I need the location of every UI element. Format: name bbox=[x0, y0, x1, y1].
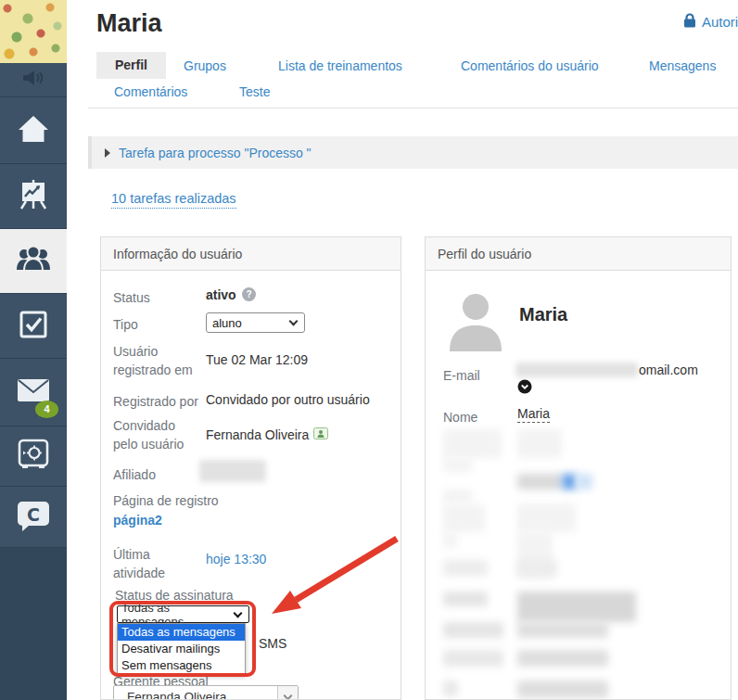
manager-select[interactable]: Fernanda Oliveira bbox=[113, 685, 299, 700]
help-question-icon[interactable]: ? bbox=[242, 287, 256, 301]
registered-by-label: Registrado por bbox=[113, 392, 198, 411]
registered-by-value: Convidado por outro usuário bbox=[206, 392, 370, 407]
redacted-block bbox=[443, 490, 472, 503]
sidebar-item-home[interactable] bbox=[0, 97, 67, 164]
redacted-block bbox=[443, 650, 503, 667]
sidebar-item-tasks[interactable] bbox=[0, 294, 67, 359]
subscription-select[interactable]: Todas as mensagens bbox=[117, 605, 249, 623]
redacted-block bbox=[443, 560, 488, 576]
tab-perfil[interactable]: Perfil bbox=[96, 52, 166, 79]
sidebar-item-users[interactable] bbox=[0, 229, 67, 294]
chart-easel-icon bbox=[17, 179, 50, 214]
sidebar-item-stats[interactable] bbox=[0, 164, 67, 229]
option-todas-as-mensagens[interactable]: Todas as mensagens bbox=[118, 624, 245, 641]
authorize-link[interactable]: Autorizar bbox=[683, 13, 738, 31]
invited-by-value: Fernanda Oliveira bbox=[206, 427, 309, 442]
user-info-panel: Informação do usuário Status ativo ? Tip… bbox=[100, 236, 401, 700]
user-profile-panel-title: Perfil do usuário bbox=[426, 237, 731, 271]
invited-by-label: Convidado pelo usuário bbox=[113, 416, 198, 454]
chevron-down-icon bbox=[234, 608, 243, 617]
app-logo[interactable] bbox=[0, 0, 67, 63]
last-activity-label: Última atividade bbox=[113, 545, 187, 583]
status-value: ativo bbox=[206, 287, 236, 302]
redacted-block bbox=[443, 532, 457, 548]
tab-mensagens[interactable]: Mensagens bbox=[649, 58, 716, 73]
manager-select-value: Fernanda Oliveira bbox=[114, 690, 226, 700]
chevron-down-icon bbox=[289, 317, 299, 326]
email-label: E-mail bbox=[443, 366, 480, 385]
redacted-block bbox=[517, 592, 636, 622]
chevron-down-icon bbox=[284, 692, 293, 700]
sidebar-item-chat[interactable]: C bbox=[0, 487, 67, 548]
redacted-block bbox=[443, 592, 488, 606]
option-desativar-mailings[interactable]: Desativar mailings bbox=[118, 641, 245, 657]
home-icon bbox=[17, 114, 50, 147]
redacted-block bbox=[517, 474, 562, 490]
page-title: Maria bbox=[96, 9, 162, 38]
status-label: Status bbox=[113, 288, 150, 307]
tipo-select[interactable]: aluno bbox=[206, 312, 305, 333]
redacted-block bbox=[517, 681, 608, 698]
nome-label: Nome bbox=[443, 408, 477, 426]
profile-name-heading: Maria bbox=[519, 304, 567, 325]
redacted-block bbox=[443, 429, 502, 458]
nome-editable-value[interactable]: Maria bbox=[517, 406, 550, 423]
email-visible-suffix: omail.com bbox=[639, 363, 698, 377]
safe-icon bbox=[17, 439, 50, 474]
registration-page-link[interactable]: página2 bbox=[113, 513, 162, 528]
users-icon bbox=[15, 245, 52, 278]
checkbox-icon bbox=[19, 310, 48, 343]
redacted-block bbox=[517, 622, 608, 638]
redacted-block bbox=[443, 622, 503, 638]
muted-speaker-icon bbox=[21, 68, 45, 92]
tipo-select-value: aluno bbox=[212, 316, 242, 330]
chat-bubble-icon: C bbox=[17, 500, 50, 535]
user-profile-panel: Perfil do usuário Maria E-mail omail.com… bbox=[425, 236, 732, 700]
mail-count-badge: 4 bbox=[35, 401, 58, 418]
redacted-block bbox=[443, 504, 485, 532]
tab-grupos[interactable]: Grupos bbox=[184, 58, 226, 73]
tab-comentarios-do-usuario[interactable]: Comentários do usuário bbox=[461, 58, 599, 73]
contact-card-icon[interactable] bbox=[313, 426, 328, 443]
tipo-label: Tipo bbox=[113, 315, 138, 334]
option-sem-mensagens[interactable]: Sem mensagens bbox=[118, 657, 245, 674]
sidebar-item-safe[interactable] bbox=[0, 426, 67, 487]
sidebar-item-mail[interactable]: 4 bbox=[0, 359, 67, 426]
process-task-expander[interactable]: Tarefa para processo "Processo " bbox=[88, 136, 738, 169]
registered-at-value: Tue 02 Mar 12:09 bbox=[206, 352, 308, 367]
tab-teste[interactable]: Teste bbox=[239, 84, 270, 99]
user-profile-page: 4 C bbox=[0, 0, 738, 700]
redacted-block bbox=[517, 560, 557, 576]
redacted-afiliado-value bbox=[199, 460, 266, 482]
redacted-block bbox=[577, 474, 592, 490]
tab-lista-de-treinamentos[interactable]: Lista de treinamentos bbox=[278, 58, 402, 73]
user-info-panel-title: Informação do usuário bbox=[101, 237, 401, 271]
email-expand-button[interactable] bbox=[517, 379, 532, 398]
tab-comentarios[interactable]: Comentários bbox=[114, 84, 187, 99]
redacted-email bbox=[515, 363, 638, 377]
tabs-divider bbox=[88, 108, 738, 108]
svg-text:C: C bbox=[27, 503, 40, 524]
authorize-label: Autorizar bbox=[702, 14, 738, 30]
registered-at-label: Usuário registrado em bbox=[113, 342, 200, 380]
sms-partial-text: SMS bbox=[259, 636, 286, 651]
select-arrow-segment bbox=[277, 686, 298, 700]
afiliado-label: Afiliado bbox=[113, 465, 156, 484]
redacted-block bbox=[443, 681, 458, 696]
collapsed-triangle-icon bbox=[105, 148, 110, 158]
redacted-block bbox=[517, 503, 576, 532]
redacted-block bbox=[517, 429, 562, 458]
registration-page-label: Página de registro bbox=[113, 491, 219, 510]
subscription-options-list: Todas as mensagens Desativar mailings Se… bbox=[117, 623, 246, 675]
tasks-done-link[interactable]: 10 tarefas realizadas bbox=[111, 191, 236, 209]
sidebar-item-sound[interactable] bbox=[0, 63, 67, 97]
avatar bbox=[443, 286, 509, 355]
redacted-block bbox=[562, 474, 577, 490]
last-activity-value[interactable]: hoje 13:30 bbox=[206, 552, 266, 566]
lock-icon bbox=[683, 13, 696, 31]
redacted-block bbox=[443, 458, 472, 472]
sidebar: 4 C bbox=[0, 0, 67, 700]
redacted-block bbox=[517, 650, 608, 667]
process-task-label: Tarefa para processo "Processo " bbox=[119, 146, 312, 160]
